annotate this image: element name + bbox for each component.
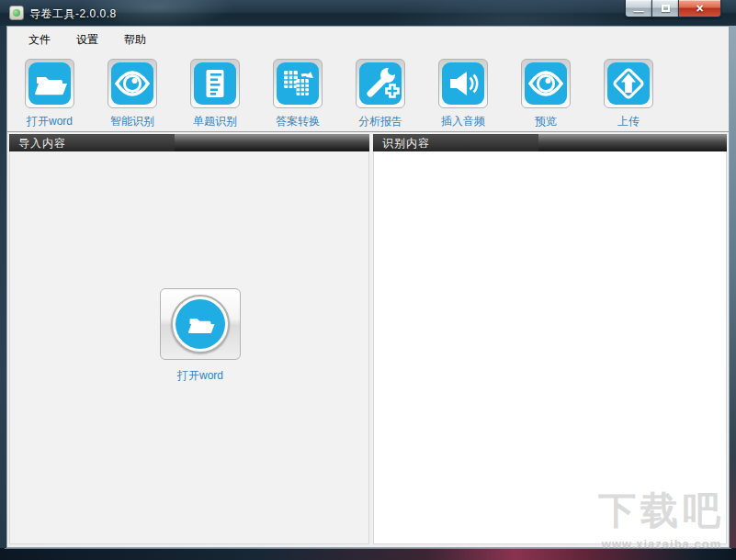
menu-item-settings[interactable]: 设置 <box>67 28 108 51</box>
recognized-panel-header: 识别内容 <box>373 134 727 151</box>
minimize-button[interactable]: — <box>625 0 651 17</box>
toolbar-button-open-word[interactable]: 打开word <box>15 59 85 129</box>
window-frame-right <box>730 26 736 560</box>
toolbar-button-upload[interactable]: 上传 <box>594 59 663 129</box>
toolbar-button-label: 单题识别 <box>193 114 237 129</box>
upload-icon <box>608 63 649 104</box>
open-folder-icon <box>184 308 217 341</box>
panels-area: 导入内容 <box>7 132 729 547</box>
document-icon <box>195 63 235 104</box>
report-icon <box>360 63 401 104</box>
menu-bar: 文件 设置 帮助 <box>7 27 729 53</box>
toolbar-button-label: 上传 <box>617 114 640 129</box>
import-panel-title: 导入内容 <box>18 136 66 151</box>
eye-icon <box>112 63 153 104</box>
menu-item-help[interactable]: 帮助 <box>115 28 155 51</box>
open-word-big-label: 打开word <box>160 368 241 384</box>
toolbar-button-label: 预览 <box>535 114 557 129</box>
window-title: 导卷工具-2.0.0.8 <box>29 6 117 22</box>
toolbar-button-label: 插入音频 <box>441 114 485 129</box>
import-panel-header: 导入内容 <box>9 134 369 151</box>
app-icon-dot <box>13 9 20 17</box>
import-content-panel: 导入内容 <box>9 134 369 544</box>
toolbar-button-insert-audio[interactable]: 插入音频 <box>428 59 498 129</box>
window-frame-bottom <box>0 548 736 560</box>
toolbar-button-answer-convert[interactable]: 答案转换 <box>263 59 333 129</box>
maximize-icon <box>662 5 670 12</box>
recognized-panel-title: 识别内容 <box>382 136 430 151</box>
toolbar-button-analysis-report[interactable]: 分析报告 <box>345 59 415 129</box>
toolbar-button-label: 打开word <box>27 114 73 129</box>
import-panel-body: 打开word <box>9 151 369 544</box>
audio-icon <box>443 63 483 104</box>
toolbar-button-smart-recognize[interactable]: 智能识别 <box>97 59 167 129</box>
close-button[interactable]: × <box>678 0 721 17</box>
recognized-content-panel: 识别内容 <box>373 134 727 544</box>
open-word-big-button[interactable]: 打开word <box>160 288 241 384</box>
toolbar-button-label: 答案转换 <box>276 114 320 129</box>
window-controls: — × <box>625 0 721 17</box>
app-window: 导卷工具-2.0.0.8 — × 文件 设置 帮助 <box>0 0 736 560</box>
close-icon: × <box>696 1 703 16</box>
menu-item-file[interactable]: 文件 <box>19 28 60 51</box>
convert-icon <box>277 63 318 104</box>
toolbar-button-preview[interactable]: 预览 <box>511 59 581 129</box>
app-icon <box>9 6 24 20</box>
client-area: 文件 设置 帮助 打开word <box>6 26 730 548</box>
recognized-panel-body <box>373 151 727 544</box>
titlebar[interactable]: 导卷工具-2.0.0.8 — × <box>0 0 736 26</box>
maximize-button[interactable] <box>651 0 678 17</box>
toolbar: 打开word 智能识别 <box>7 53 729 132</box>
toolbar-button-single-question[interactable]: 单题识别 <box>180 59 250 129</box>
open-folder-icon <box>29 63 70 104</box>
minimize-icon: — <box>634 7 644 15</box>
toolbar-button-label: 分析报告 <box>358 114 402 129</box>
toolbar-button-label: 智能识别 <box>110 114 154 129</box>
eye-icon <box>526 63 566 104</box>
